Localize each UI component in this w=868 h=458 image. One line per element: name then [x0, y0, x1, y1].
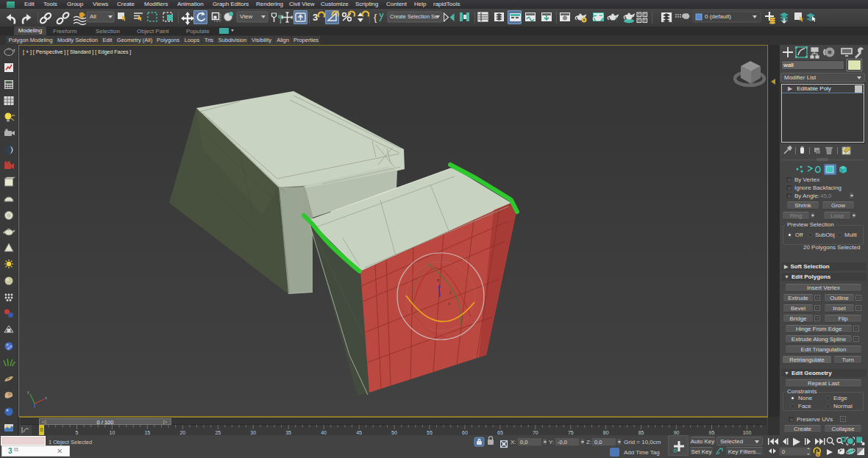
svg-text:y: y — [449, 290, 452, 294]
svg-text:40: 40 — [321, 430, 327, 435]
svg-text:100: 100 — [743, 430, 752, 435]
svg-text:20: 20 — [179, 430, 185, 435]
svg-text:15: 15 — [144, 430, 150, 435]
svg-text:65: 65 — [497, 430, 503, 435]
svg-text:View: View — [240, 13, 252, 20]
svg-text:45: 45 — [356, 430, 362, 435]
svg-text:60: 60 — [462, 430, 468, 435]
svg-text:75: 75 — [568, 430, 574, 435]
svg-text:55: 55 — [427, 430, 433, 435]
svg-text:Create Selection Se: Create Selection Se — [390, 13, 438, 20]
svg-text:25: 25 — [215, 430, 221, 435]
svg-text:70: 70 — [533, 430, 538, 435]
svg-text:35: 35 — [285, 430, 291, 435]
svg-text:30: 30 — [250, 430, 256, 435]
svg-text:10: 10 — [110, 430, 115, 435]
svg-text:85: 85 — [638, 430, 644, 435]
svg-text:[ + ] [ Perspective ] [ Standa: [ + ] [ Perspective ] [ Standard ] [ Edg… — [23, 49, 131, 55]
svg-text:y: y — [27, 390, 29, 394]
svg-text:0 (default): 0 (default) — [705, 13, 731, 20]
svg-text:All: All — [90, 13, 96, 20]
svg-text:90: 90 — [674, 430, 680, 435]
svg-text:3: 3 — [313, 12, 318, 23]
svg-text:0: 0 — [782, 448, 785, 455]
svg-text:{: { — [374, 12, 377, 23]
svg-text:x: x — [448, 301, 450, 306]
svg-text:80: 80 — [603, 430, 609, 435]
svg-text:z: z — [437, 278, 439, 282]
svg-text:x: x — [45, 396, 47, 400]
svg-text:95: 95 — [709, 430, 715, 435]
svg-text:5: 5 — [76, 430, 79, 435]
svg-text:50: 50 — [391, 430, 397, 435]
svg-text:HF: HF — [5, 376, 10, 380]
